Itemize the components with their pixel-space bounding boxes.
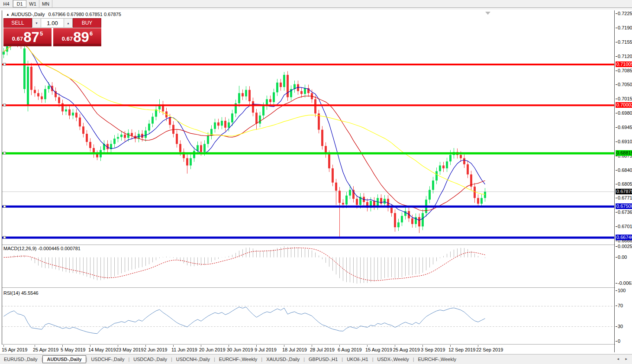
sell-price-big: 87 (23, 31, 39, 44)
price-axis-tick: 0.68400 (616, 168, 632, 173)
level-price-label: 0.66746 (616, 235, 632, 240)
svg-text:14 May 2019: 14 May 2019 (88, 347, 116, 352)
rsi-indicator-label: RSI(14) 45.5546 (3, 290, 39, 296)
buy-price-pip: 6 (90, 30, 93, 37)
svg-text:11 Jun 2019: 11 Jun 2019 (171, 347, 197, 352)
toolbar-separator (0, 7, 632, 10)
chart-ohlc-quotes: 0.67966 0.67980 0.67851 0.67875 (48, 12, 121, 17)
svg-text:9 Jul 2019: 9 Jul 2019 (255, 347, 277, 352)
macd-axis-tick: 0.00 (616, 254, 627, 260)
svg-text:5 May 2019: 5 May 2019 (61, 347, 85, 352)
buy-price-prefix: 0.67 (62, 35, 73, 42)
sell-price-prefix: 0.67 (12, 35, 23, 42)
price-axis-tick: 0.67360 (616, 209, 632, 215)
tab-scroll-arrows[interactable]: ◂ ▸ (617, 357, 630, 361)
macd-axis-tick: -0.006326 (616, 280, 632, 286)
price-axis-tick: 0.68050 (616, 181, 632, 187)
sell-price-panel[interactable]: 0.67 87 5 (3, 28, 52, 46)
svg-text:28 Jul 2019: 28 Jul 2019 (310, 347, 335, 352)
level-price-label: 0.70002 (616, 102, 632, 108)
chart-tab-audusddaily[interactable]: AUDUSD-,Daily (42, 355, 86, 363)
timeframe-button-h4[interactable]: H4 (0, 0, 13, 7)
volume-decrease-button[interactable]: ▼ (32, 18, 41, 28)
chart-tab-eurchfweekly[interactable]: EURCHF-,Weekly (215, 355, 261, 363)
price-axis-tick: 0.70500 (616, 82, 632, 87)
sell-price-pip: 5 (40, 30, 43, 37)
svg-text:18 Jul 2019: 18 Jul 2019 (282, 347, 307, 352)
chart-tab-gbpusdh1[interactable]: GBPUSD-,H1 (305, 355, 342, 363)
price-axis-tick: 0.71550 (616, 39, 632, 45)
price-axis-tick: 0.69450 (616, 125, 632, 130)
collapse-triangle-icon[interactable]: ▲ (6, 13, 10, 16)
price-axis-tick: 0.70150 (616, 96, 632, 102)
rsi-axis-tick: 30 (616, 324, 623, 329)
svg-text:25 Apr 2019: 25 Apr 2019 (33, 347, 58, 352)
svg-text:22 Sep 2019: 22 Sep 2019 (476, 347, 503, 352)
chart-tab-usdcnhdaily[interactable]: USDCNH-,Daily (172, 355, 214, 363)
macd-indicator-label: MACD(12,26,9) -0.000445 0.000781 (3, 246, 81, 251)
timeframe-button-mn[interactable]: MN (39, 0, 52, 7)
one-click-trading-widget: SELL ▼ 1.00 ▲ BUY 0.67 87 5 0.67 89 6 (3, 18, 101, 46)
svg-text:15 Apr 2019: 15 Apr 2019 (2, 347, 27, 352)
level-price-label: 0.67508 (616, 203, 632, 209)
buy-price-big: 89 (73, 31, 89, 44)
price-axis-tick: 0.71900 (616, 25, 632, 31)
sell-button[interactable]: SELL (3, 18, 32, 28)
svg-text:20 Jun 2019: 20 Jun 2019 (199, 347, 226, 352)
svg-text:25 Aug 2019: 25 Aug 2019 (393, 347, 420, 352)
rsi-axis-tick: 0 (616, 338, 620, 344)
price-axis-tick: 0.70850 (616, 68, 632, 74)
chart-tab-usdchfdaily[interactable]: USDCHF-,Daily (87, 355, 128, 363)
svg-text:30 Jun 2019: 30 Jun 2019 (227, 347, 253, 352)
svg-text:2 Jun 2019: 2 Jun 2019 (144, 347, 167, 352)
chart-title: ▲AUDUSD-,Daily0.67966 0.67980 0.67851 0.… (6, 12, 121, 17)
chart-tab-eurusddaily[interactable]: EURUSD-,Daily (0, 355, 42, 363)
volume-increase-button[interactable]: ▲ (64, 18, 73, 28)
macd-axis-tick: 0.002574 (616, 244, 632, 249)
timeframe-toolbar: H4D1W1MN (0, 0, 632, 7)
timeframe-button-d1[interactable]: D1 (13, 0, 26, 7)
level-price-label: 0.68819 (616, 150, 632, 156)
candlestick-chart-canvas[interactable]: 15 Apr 201925 Apr 20195 May 201914 May 2… (2, 10, 615, 354)
price-axis-tick: 0.69100 (616, 139, 632, 145)
chart-tab-usdcaddaily[interactable]: USDCAD-,Daily (129, 355, 171, 363)
price-axis-tick: 0.71200 (616, 54, 632, 59)
buy-price-panel[interactable]: 0.67 89 6 (53, 28, 101, 46)
chart-tab-usdxweekly[interactable]: USDX-,Weekly (374, 355, 413, 363)
price-axis-tick: 0.67710 (616, 195, 632, 201)
rsi-axis-tick: 70 (616, 303, 623, 309)
chart-tab-bar: EURUSD-,Daily|AUDUSD-,Daily|USDCHF-,Dail… (0, 354, 632, 364)
chart-tab-ukoilh1[interactable]: UKOil-,H1 (343, 355, 372, 363)
timeframe-button-w1[interactable]: W1 (26, 0, 39, 7)
current-price-label: 0.67875 (616, 189, 632, 194)
price-axis[interactable]: 0.722500.719000.715500.712000.708500.705… (616, 10, 632, 354)
chart-symbol-label: AUDUSD-,Daily (11, 12, 45, 17)
chart-tab-xauusddaily[interactable]: XAUUSD-,Daily (262, 355, 303, 363)
volume-input[interactable]: 1.00 (41, 18, 64, 28)
chart-tab-eurchfweekly[interactable]: EURCHF-,Weekly (414, 355, 460, 363)
svg-text:3 Sep 2019: 3 Sep 2019 (421, 347, 445, 352)
price-axis-tick: 0.69800 (616, 110, 632, 116)
svg-text:23 May 2019: 23 May 2019 (116, 347, 144, 352)
price-axis-tick: 0.67010 (616, 224, 632, 229)
svg-text:12 Sep 2019: 12 Sep 2019 (448, 347, 475, 352)
svg-text:15 Aug 2019: 15 Aug 2019 (365, 347, 392, 352)
buy-button[interactable]: BUY (73, 18, 101, 28)
level-price-label: 0.71005 (616, 61, 632, 67)
chart-window[interactable]: 15 Apr 201925 Apr 20195 May 201914 May 2… (2, 10, 615, 354)
terminal-window: H4D1W1MN 15 Apr 201925 Apr 20195 May 201… (0, 0, 632, 364)
price-axis-tick: 0.72250 (616, 11, 632, 16)
rsi-axis-tick: 100 (616, 288, 626, 293)
svg-text:6 Aug 2019: 6 Aug 2019 (338, 347, 362, 352)
